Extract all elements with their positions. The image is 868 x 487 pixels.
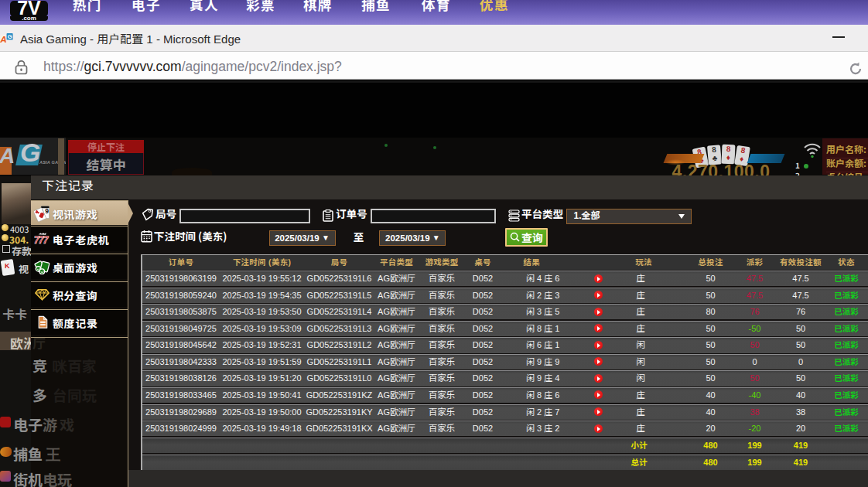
svg-text:G: G: [8, 33, 12, 40]
svg-text:A: A: [0, 34, 7, 44]
svg-text:777: 777: [34, 235, 50, 247]
svg-text:9: 9: [45, 207, 49, 215]
